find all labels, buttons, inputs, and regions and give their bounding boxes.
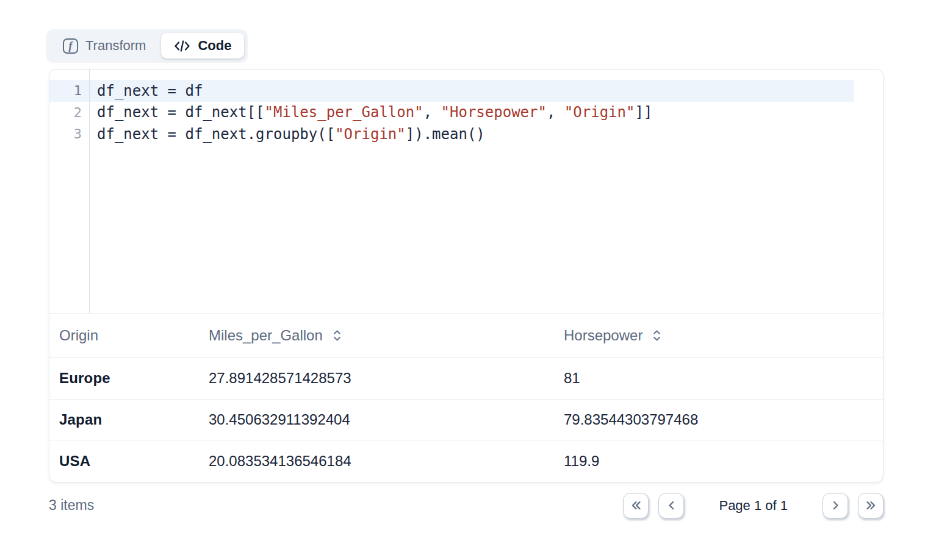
table-header-row: Origin Miles_per_Gallon Horsepower xyxy=(49,314,883,358)
chevrons-left-icon xyxy=(630,500,642,511)
code-token: df_next = df_next.groupby([ xyxy=(97,126,335,143)
code-line: 1 df_next = df xyxy=(49,80,854,102)
sort-icon xyxy=(651,328,663,343)
table-row: Japan 30.450632911392404 79.835443037974… xyxy=(49,400,883,441)
cell-origin: USA xyxy=(49,453,199,470)
code-editor[interactable]: 1 df_next = df 2 df_next = df_next[["Mil… xyxy=(49,70,883,314)
line-number: 1 xyxy=(49,83,90,98)
code-icon xyxy=(174,40,190,52)
page: f Transform Code 1 df_next = df 2 df_nex… xyxy=(0,0,925,519)
column-header-label: Origin xyxy=(59,327,98,344)
cell-horsepower: 81 xyxy=(554,370,883,387)
code-token: ]).mean() xyxy=(406,126,485,143)
code-token: df_next = df xyxy=(97,82,203,99)
code-token-string: "Origin" xyxy=(564,104,635,121)
code-line-source: df_next = df_next[["Miles_per_Gallon", "… xyxy=(90,104,652,121)
table-row: Europe 27.891428571428573 81 xyxy=(49,358,883,400)
function-icon: f xyxy=(63,38,78,54)
code-line-source: df_next = df xyxy=(90,82,203,99)
cell-horsepower: 119.9 xyxy=(554,453,883,470)
code-token-string: "Origin" xyxy=(335,126,406,143)
column-header-miles_per_gallon[interactable]: Miles_per_Gallon xyxy=(199,327,554,344)
items-count: 3 items xyxy=(49,497,94,514)
cell-miles-per-gallon: 20.083534136546184 xyxy=(199,453,554,470)
previous-page-button[interactable] xyxy=(658,493,684,519)
line-number: 3 xyxy=(49,126,90,142)
column-header-label: Horsepower xyxy=(564,327,642,344)
cell-origin: Europe xyxy=(49,370,199,387)
sort-button[interactable] xyxy=(331,328,343,343)
cell-miles-per-gallon: 27.891428571428573 xyxy=(199,370,554,387)
cell-origin: Japan xyxy=(49,411,199,428)
table-row: USA 20.083534136546184 119.9 xyxy=(49,440,883,482)
chevron-right-icon xyxy=(829,500,842,511)
code-token: , xyxy=(423,104,441,121)
chevrons-right-icon xyxy=(865,500,877,511)
code-and-result-card: 1 df_next = df 2 df_next = df_next[["Mil… xyxy=(49,69,884,483)
column-header-horsepower[interactable]: Horsepower xyxy=(554,327,883,344)
tab-transform-label: Transform xyxy=(85,38,146,54)
code-token: , xyxy=(547,104,564,121)
code-line-source: df_next = df_next.groupby(["Origin"]).me… xyxy=(90,126,485,143)
column-header-origin: Origin xyxy=(49,327,199,344)
table-body: Europe 27.891428571428573 81 Japan 30.45… xyxy=(49,358,883,482)
tab-transform[interactable]: f Transform xyxy=(50,33,159,59)
page-indicator: Page 1 of 1 xyxy=(719,498,788,514)
sort-button[interactable] xyxy=(651,328,663,343)
next-page-button[interactable] xyxy=(822,493,848,519)
code-token: ]] xyxy=(635,104,652,121)
tab-code-label: Code xyxy=(198,38,231,54)
chevron-left-icon xyxy=(665,500,678,511)
code-token: df_next = df_next[[ xyxy=(97,104,265,121)
code-line: 3 df_next = df_next.groupby(["Origin"]).… xyxy=(49,123,854,145)
first-page-button[interactable] xyxy=(623,493,649,519)
code-token-string: "Miles_per_Gallon" xyxy=(265,104,423,121)
cell-miles-per-gallon: 30.450632911392404 xyxy=(199,411,554,428)
view-mode-tabbar: f Transform Code xyxy=(46,29,248,62)
tab-code[interactable]: Code xyxy=(161,33,244,59)
table-footer: 3 items Page 1 of 1 xyxy=(49,493,884,519)
cell-horsepower: 79.83544303797468 xyxy=(554,411,883,428)
last-page-button[interactable] xyxy=(858,493,884,519)
sort-icon xyxy=(331,328,343,343)
code-token-string: "Horsepower" xyxy=(441,104,547,121)
line-number: 2 xyxy=(49,105,90,120)
column-header-label: Miles_per_Gallon xyxy=(209,327,323,344)
pagination: Page 1 of 1 xyxy=(623,493,884,519)
code-line: 2 df_next = df_next[["Miles_per_Gallon",… xyxy=(49,102,854,124)
